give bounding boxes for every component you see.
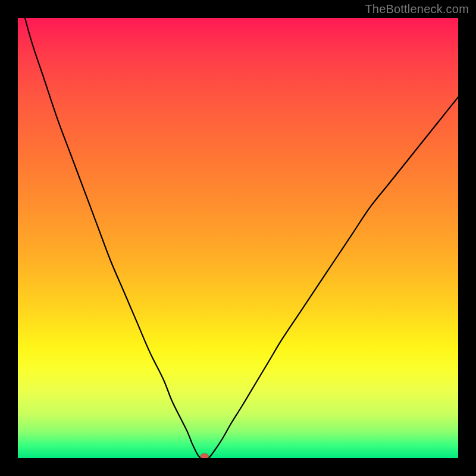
minimum-marker [201,453,208,458]
watermark-text: TheBottleneck.com [365,2,469,16]
curve-left [19,18,200,458]
chart-frame: TheBottleneck.com [0,0,476,476]
plot-area [18,18,458,458]
curve-layer [18,18,458,458]
curve-right [209,97,458,458]
